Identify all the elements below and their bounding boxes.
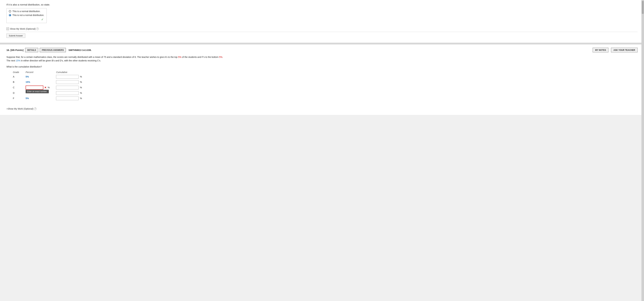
grade-table: Grade Percent Cumulative A 5% % — [13, 70, 88, 101]
percent-a: 5% — [26, 74, 56, 79]
show-my-work-top[interactable]: + Show My Work (Optional) ? — [6, 28, 638, 30]
cumul-cell-c: % — [56, 85, 88, 90]
table-row-b: B 15% % — [13, 79, 88, 85]
checkmark: ✓ — [9, 18, 44, 21]
question-16-section: 16. [0/6 Points] DETAILS PREVIOUS ANSWER… — [0, 45, 644, 115]
grade-f: F — [13, 96, 26, 101]
body-line2: The next 15% in either direction will be… — [6, 59, 101, 62]
cumul-cell-f: % — [56, 96, 88, 101]
optional-label-bottom: (Optional) — [23, 108, 33, 110]
radio-item-not-normal[interactable]: This is not a normal distribution. — [9, 14, 44, 17]
percent-f: 5% — [26, 96, 56, 101]
section-divider — [0, 43, 644, 45]
grade-d: D — [13, 90, 26, 96]
cumul-input-c[interactable] — [56, 86, 78, 89]
ask-teacher-button[interactable]: ASK YOUR TEACHER — [611, 48, 638, 52]
show-my-work-label-top: Show My Work — [10, 28, 25, 30]
cumul-cell-b: % — [56, 79, 88, 85]
tooltip-enter-exact: Enter an exact number. — [26, 90, 49, 93]
table-row-c: C ✕ % Enter an exact number. — [13, 85, 88, 90]
show-my-work-bottom[interactable]: + Show My Work (Optional) ? — [6, 108, 638, 110]
question-header: 16. [0/6 Points] DETAILS PREVIOUS ANSWER… — [6, 48, 638, 52]
radio-group: This is a normal distribution. This is n… — [6, 8, 47, 23]
scrollbar-thumb[interactable] — [642, 1, 644, 14]
grade-c: C — [13, 85, 26, 90]
col-header-grade: Grade — [13, 70, 26, 74]
col-header-percent: Percent — [26, 70, 56, 74]
percent-unit-d: % — [80, 92, 82, 94]
scrollbar[interactable] — [642, 0, 644, 301]
percent-unit-c: % — [80, 86, 82, 89]
table-row-a: A 5% % — [13, 74, 88, 79]
grade-b: B — [13, 79, 26, 85]
cumul-cell-a: % — [56, 74, 88, 79]
show-my-work-label-bottom: Show My Work — [8, 108, 23, 110]
body-part2: of the students and F's to the bottom — [181, 56, 219, 58]
radio-label-normal: This is a normal distribution. — [12, 10, 40, 13]
error-x-icon: ✕ — [44, 86, 46, 89]
details-button[interactable]: DETAILS — [25, 48, 38, 52]
grade-a: A — [13, 74, 26, 79]
normal-dist-question-text: If it is also a normal distribution, so … — [6, 3, 638, 6]
cumul-question: What is the cumulative distribution? — [6, 65, 638, 68]
optional-label-top: (Optional) — [25, 28, 36, 30]
radio-circle-not-normal[interactable] — [9, 14, 11, 16]
percent-unit-f: % — [80, 97, 82, 100]
col-header-cumulative: Cumulative — [56, 70, 88, 74]
help-icon-bottom[interactable]: ? — [34, 108, 36, 110]
cumul-input-f[interactable] — [56, 97, 78, 100]
cumul-input-d[interactable] — [56, 91, 78, 95]
expand-icon-bottom[interactable]: + — [6, 108, 8, 110]
table-row-d: D % — [13, 90, 88, 96]
question-id: SMITHNM13 14.3.039. — [68, 49, 92, 51]
body-part3: . — [222, 56, 223, 58]
radio-circle-normal[interactable] — [9, 10, 11, 13]
top-section: If it is also a normal distribution, so … — [0, 0, 644, 43]
question-body: Suppose that, for a certain mathematics … — [6, 55, 232, 63]
body-part1: Suppose that, for a certain mathematics … — [6, 56, 178, 58]
help-icon-top[interactable]: ? — [36, 28, 39, 30]
cumul-input-a[interactable] — [56, 75, 78, 79]
expand-icon-top[interactable]: + — [6, 28, 9, 30]
cumul-input-b[interactable] — [56, 80, 78, 84]
percent-c-cell: ✕ % Enter an exact number. — [26, 85, 56, 90]
percent-input-c[interactable] — [26, 86, 43, 90]
my-notes-button[interactable]: MY NOTES — [593, 48, 608, 52]
percent-unit-a: % — [80, 75, 82, 78]
submit-answer-button[interactable]: Submit Answer — [6, 34, 25, 38]
body-top-pct: 5% — [178, 56, 181, 58]
right-buttons: MY NOTES ASK YOUR TEACHER — [593, 48, 638, 52]
percent-b: 15% — [26, 79, 56, 85]
radio-label-not-normal: This is not a normal distribution. — [12, 14, 44, 17]
table-row-f: F 5% % — [13, 96, 88, 101]
body-bot-pct: 5% — [219, 56, 222, 58]
percent-unit-b: % — [80, 81, 82, 83]
percent-unit-c-left: % — [48, 86, 50, 89]
cumul-cell-d: % — [56, 90, 88, 96]
radio-item-normal[interactable]: This is a normal distribution. — [9, 10, 44, 13]
page-wrapper: If it is also a normal distribution, so … — [0, 0, 644, 301]
question-number: 16. [0/6 Points] — [6, 49, 24, 51]
previous-answers-button[interactable]: PREVIOUS ANSWERS — [40, 48, 66, 52]
